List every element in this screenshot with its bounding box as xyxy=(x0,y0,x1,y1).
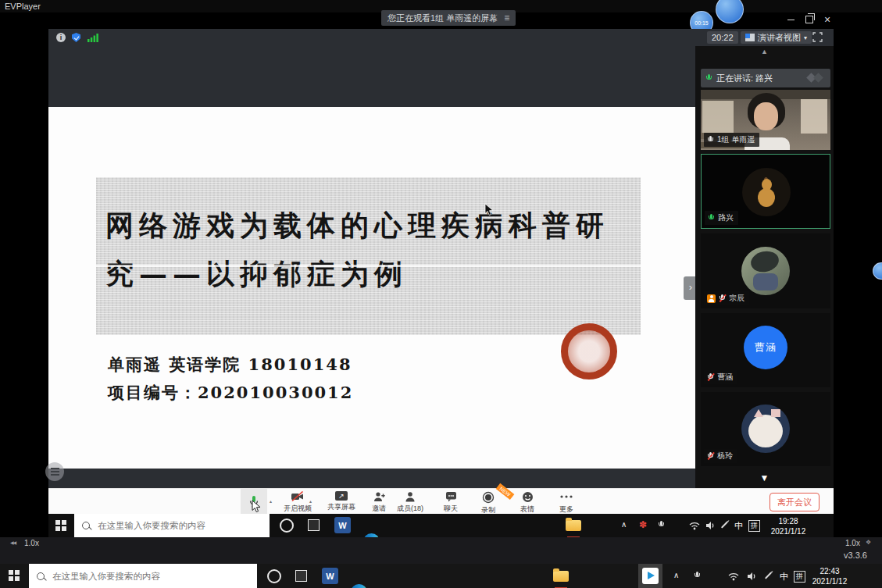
participant-name: 1组 单雨遥 xyxy=(717,134,755,145)
cortana-icon[interactable] xyxy=(267,569,281,583)
search-icon xyxy=(37,572,45,580)
tray-expand-icon[interactable]: ∧ xyxy=(673,571,679,579)
banner-menu-icon[interactable]: ≡ xyxy=(504,12,509,23)
windows-start-icon[interactable] xyxy=(55,520,66,531)
pen-icon[interactable] xyxy=(721,521,728,528)
share-screen-button[interactable]: ↗ 共享屏幕 xyxy=(323,491,359,512)
tray-mic-icon[interactable] xyxy=(694,572,701,580)
participants-sidebar: ▲ 正在讲话: 路兴 1组 单雨遥 xyxy=(695,46,834,488)
video-options-caret[interactable]: ▴ xyxy=(309,498,312,504)
members-button[interactable]: 成员(18) xyxy=(392,491,428,514)
recorded-date: 2021/1/12 xyxy=(766,527,811,537)
participant-label: 宗辰 xyxy=(704,291,749,305)
mic-options-caret[interactable]: ▴ xyxy=(270,498,272,504)
task-view-icon[interactable] xyxy=(295,570,307,582)
invite-label: 邀请 xyxy=(372,504,386,514)
members-icon xyxy=(405,491,416,502)
view-mode-label: 演讲者视图 xyxy=(758,32,801,44)
search-input[interactable] xyxy=(96,520,262,531)
volume-icon[interactable] xyxy=(747,572,757,581)
pen-icon[interactable] xyxy=(765,572,772,579)
fullscreen-icon[interactable] xyxy=(812,32,823,42)
volume-icon[interactable] xyxy=(705,521,716,530)
system-search-box[interactable] xyxy=(29,564,257,588)
edge-bubble[interactable] xyxy=(873,262,882,280)
minimize-button[interactable] xyxy=(784,15,798,26)
meeting-clock: 20:22 xyxy=(707,31,738,44)
mic-muted-icon xyxy=(707,373,714,382)
view-mode-button[interactable]: 演讲者视图 ▾ xyxy=(741,31,812,44)
system-clock[interactable]: 22:43 2021/1/12 xyxy=(806,567,853,586)
participant-label: 杨玲 xyxy=(704,449,737,463)
leave-meeting-button[interactable]: 离开会议 xyxy=(770,493,820,511)
participant-name: 宗辰 xyxy=(729,293,745,304)
system-date: 2021/1/12 xyxy=(806,577,853,587)
smiley-icon xyxy=(522,491,534,503)
watching-banner-text: 您正在观看1组 单雨遥的屏幕 xyxy=(387,12,498,24)
task-view-icon[interactable] xyxy=(308,519,320,531)
hand-raised-icon xyxy=(707,294,716,303)
evplayer-taskbar-icon[interactable] xyxy=(638,564,662,588)
mouse-cursor xyxy=(484,203,494,216)
recorded-time: 19:28 xyxy=(766,517,811,527)
presentation-slide: 网络游戏为载体的心理疾病科普研 究——以抑郁症为例 单雨遥 英语学院 18010… xyxy=(48,107,695,469)
shield-icon[interactable] xyxy=(72,33,80,42)
avatar-initials: 曹涵 xyxy=(755,340,777,355)
ime-language-icon[interactable]: 中 xyxy=(780,571,788,583)
participant-tile[interactable]: 路兴 xyxy=(701,154,830,229)
participant-tile[interactable]: 宗辰 xyxy=(701,233,830,308)
rewind-icon[interactable]: ◀◀ xyxy=(10,540,16,545)
tray-mic-icon[interactable] xyxy=(658,521,665,529)
info-icon[interactable]: i xyxy=(56,33,66,42)
ime-language-icon[interactable]: 中 xyxy=(734,520,743,532)
minimize-icon xyxy=(787,20,795,21)
network-signal-icon[interactable] xyxy=(87,33,98,43)
red-seal-stamp xyxy=(561,323,617,380)
watching-banner: 您正在观看1组 单雨遥的屏幕 ≡ xyxy=(381,10,516,26)
participant-label: 路兴 xyxy=(705,211,738,225)
search-icon xyxy=(82,522,90,529)
tray-expand-icon[interactable]: ∧ xyxy=(621,520,627,529)
tray-app-icon[interactable]: ✽ xyxy=(639,519,647,530)
meeting-watermark-logo xyxy=(805,73,826,83)
player-version: v3.3.6 xyxy=(844,551,867,560)
edge-icon[interactable] xyxy=(351,584,367,588)
floating-bubble[interactable] xyxy=(716,0,744,23)
meeting-window: i 20:22 演讲者视图 ▾ 网络游戏为载体的心理疾病科普研 xyxy=(48,29,834,537)
scroll-down-arrow[interactable]: ▼ xyxy=(695,472,834,483)
record-button[interactable]: NEW 录制 xyxy=(470,491,506,515)
timer-bubble-text: 00:15 xyxy=(695,20,709,26)
recorded-clock[interactable]: 19:28 2021/1/12 xyxy=(766,517,811,536)
file-explorer-icon[interactable] xyxy=(566,520,581,534)
recorded-search-box[interactable] xyxy=(74,514,270,537)
wifi-icon[interactable] xyxy=(728,572,739,581)
word-icon[interactable]: W xyxy=(322,568,338,584)
cortana-icon[interactable] xyxy=(280,519,294,533)
ime-mode-icon[interactable]: 拼 xyxy=(748,520,760,532)
rate-marker-icon: ❖ xyxy=(866,539,871,546)
share-screen-icon: ↗ xyxy=(335,491,348,501)
file-explorer-icon[interactable] xyxy=(553,571,569,585)
search-input[interactable] xyxy=(51,571,249,582)
close-button[interactable]: × xyxy=(820,15,834,26)
participant-tile[interactable]: 曹涵 曹涵 xyxy=(701,313,830,387)
more-icon xyxy=(560,491,573,503)
meeting-header: i 20:22 演讲者视图 ▾ xyxy=(48,29,834,46)
chat-button[interactable]: 聊天 xyxy=(433,491,469,514)
invite-icon xyxy=(373,491,386,502)
playback-rate[interactable]: 1.0x xyxy=(24,539,39,547)
participant-tile-video[interactable]: 1组 单雨遥 xyxy=(701,90,830,150)
system-taskbar: W P X ♫ × A ∧ 中 拼 22:43 2021/1/12 xyxy=(0,564,882,588)
more-button[interactable]: 更多 xyxy=(548,491,584,515)
emoji-button[interactable]: 表情 xyxy=(509,491,545,515)
participant-tile[interactable]: 杨玲 xyxy=(701,392,830,466)
avatar: 曹涵 xyxy=(744,326,787,369)
restore-button[interactable] xyxy=(802,15,816,26)
windows-start-icon[interactable] xyxy=(9,570,20,581)
mute-button[interactable] xyxy=(241,489,267,514)
scroll-up-arrow[interactable]: ▲ xyxy=(695,48,834,55)
wifi-icon[interactable] xyxy=(689,521,700,530)
word-icon[interactable]: W xyxy=(334,517,351,533)
ime-mode-icon[interactable]: 拼 xyxy=(794,571,805,583)
floating-menu-handle[interactable] xyxy=(45,462,64,481)
